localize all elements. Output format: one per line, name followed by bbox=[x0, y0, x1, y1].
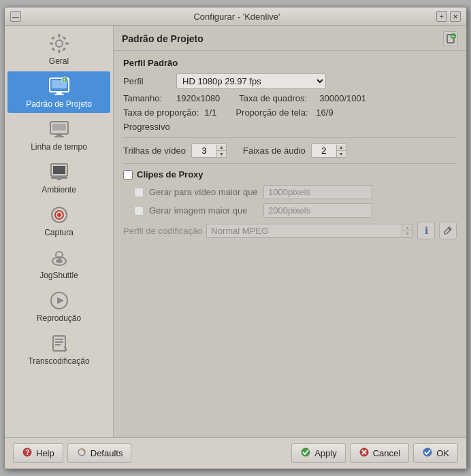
svg-rect-22 bbox=[57, 179, 61, 180]
ambiente-icon bbox=[48, 161, 70, 183]
profile-select[interactable]: HD 1080p 29.97 fps bbox=[176, 73, 326, 89]
cancel-icon bbox=[359, 447, 370, 460]
progressivo-row: Progressivo bbox=[123, 122, 457, 132]
help-button[interactable]: ? Help bbox=[13, 443, 63, 463]
profile-row: Perfil HD 1080p 29.97 fps bbox=[123, 73, 457, 89]
sidebar-item-jogshuttle[interactable]: JogShuttle bbox=[7, 243, 110, 284]
titlebar: — Configurar - 'Kdenlive' + ✕ bbox=[5, 7, 466, 26]
trilhas-row: Trilhas de vídeo ▲ ▼ Faixas de áudio ▲ bbox=[123, 143, 457, 158]
apply-button[interactable]: Apply bbox=[291, 443, 346, 463]
sidebar-item-transcodificacao[interactable]: Transcodificação bbox=[7, 328, 110, 370]
panel-add-button[interactable]: + bbox=[443, 31, 458, 46]
svg-rect-34 bbox=[55, 344, 61, 345]
svg-line-38 bbox=[449, 228, 451, 231]
separator-2 bbox=[123, 163, 457, 164]
trilhas-video-down[interactable]: ▼ bbox=[217, 151, 226, 157]
ok-icon bbox=[422, 447, 433, 460]
sidebar-item-geral[interactable]: Geral bbox=[7, 29, 110, 70]
svg-rect-12 bbox=[54, 94, 64, 95]
proporcao-row: Taxa de proporção: 1/1 Proporção de tela… bbox=[123, 107, 457, 118]
sidebar-item-transcodificacao-label: Transcodificação bbox=[28, 356, 89, 366]
titlebar-controls: + ✕ bbox=[436, 11, 461, 22]
defaults-button[interactable]: Defaults bbox=[67, 443, 132, 463]
gerar-video-checkbox[interactable] bbox=[134, 188, 144, 197]
sidebar-item-linha-tempo[interactable]: Linha de tempo bbox=[7, 114, 110, 156]
codificacao-input bbox=[207, 224, 402, 237]
padrao-projeto-icon: + bbox=[48, 75, 70, 97]
trilhas-video-up[interactable]: ▲ bbox=[217, 145, 226, 151]
trilhas-video-arrows: ▲ ▼ bbox=[216, 145, 226, 157]
gerar-video-label: Gerar para vídeo maior que bbox=[149, 187, 258, 197]
apply-icon bbox=[300, 447, 311, 460]
faixas-audio-spinbox[interactable]: ▲ ▼ bbox=[311, 143, 346, 158]
sidebar-item-geral-label: Geral bbox=[49, 56, 69, 66]
svg-rect-7 bbox=[51, 48, 55, 52]
svg-marker-30 bbox=[57, 297, 64, 304]
svg-rect-17 bbox=[56, 135, 62, 136]
titlebar-plus-btn[interactable]: + bbox=[436, 11, 447, 22]
gerar-video-combo: ▲ ▼ bbox=[263, 185, 372, 199]
svg-rect-6 bbox=[62, 36, 66, 40]
sidebar-item-reproducao[interactable]: Reprodução bbox=[7, 286, 110, 327]
apply-label: Apply bbox=[314, 448, 337, 458]
sidebar-item-captura[interactable]: Captura bbox=[7, 200, 110, 241]
gerar-imagem-checkbox[interactable] bbox=[134, 206, 144, 216]
ok-button[interactable]: OK bbox=[413, 443, 458, 463]
taxa-quadros-value: 30000/1001 bbox=[319, 93, 366, 103]
codificacao-label: Perfil de codificação bbox=[123, 226, 202, 236]
cancel-button[interactable]: Cancel bbox=[350, 443, 409, 463]
main-panel: Padrão de Projeto + Perfil Padrão Perfil… bbox=[114, 26, 466, 437]
progressivo-label: Progressivo bbox=[123, 122, 170, 132]
profile-label: Perfil bbox=[123, 76, 171, 86]
faixas-audio-down[interactable]: ▼ bbox=[337, 151, 346, 157]
sidebar-item-ambiente-label: Ambiente bbox=[42, 185, 76, 194]
gerar-video-row: Gerar para vídeo maior que ▲ ▼ bbox=[134, 185, 457, 199]
tamanho-row: Tamanho: 1920x1080 Taxa de quadros: 3000… bbox=[123, 93, 457, 103]
proporcao-tela-label: Proporção de tela: bbox=[236, 107, 310, 118]
sidebar-item-captura-label: Captura bbox=[44, 228, 74, 237]
svg-text:?: ? bbox=[26, 449, 30, 456]
taxa-proporcao-value: 1/1 bbox=[204, 107, 216, 118]
trilhas-video-input[interactable] bbox=[192, 144, 216, 157]
transcodificacao-icon bbox=[48, 333, 70, 354]
svg-rect-16 bbox=[52, 124, 66, 131]
panel-title: Padrão de Projeto bbox=[122, 33, 204, 44]
clipes-proxy-label: Clipes de Proxy bbox=[137, 169, 204, 180]
separator-1 bbox=[123, 137, 457, 138]
help-icon: ? bbox=[22, 447, 33, 460]
gerar-imagem-row: Gerar imagem maior que ▲ ▼ bbox=[134, 203, 457, 218]
gerar-imagem-input bbox=[264, 204, 372, 217]
tamanho-label: Tamanho: bbox=[123, 93, 171, 103]
svg-point-25 bbox=[57, 213, 61, 217]
svg-point-47 bbox=[423, 448, 432, 456]
svg-rect-8 bbox=[62, 48, 66, 52]
trilhas-video-spinbox[interactable]: ▲ ▼ bbox=[191, 143, 227, 158]
sidebar-item-jogshuttle-label: JogShuttle bbox=[39, 271, 78, 280]
sidebar-item-ambiente[interactable]: Ambiente bbox=[7, 157, 110, 199]
codificacao-info-btn[interactable]: ℹ bbox=[417, 222, 435, 239]
faixas-audio-arrows: ▲ ▼ bbox=[336, 145, 346, 157]
faixas-audio-input[interactable] bbox=[312, 144, 336, 157]
titlebar-close-btn[interactable]: ✕ bbox=[450, 11, 461, 22]
bottom-right-buttons: Apply Cancel bbox=[291, 443, 458, 463]
cancel-label: Cancel bbox=[373, 448, 400, 458]
jogshuttle-icon bbox=[48, 247, 70, 269]
svg-point-43 bbox=[302, 448, 310, 456]
sidebar-item-padrao-projeto[interactable]: + Padrão de Projeto bbox=[7, 71, 110, 113]
clipes-proxy-checkbox[interactable] bbox=[123, 170, 133, 180]
svg-rect-21 bbox=[51, 177, 67, 179]
taxa-quadros-label: Taxa de quadros: bbox=[239, 93, 314, 103]
ok-label: OK bbox=[436, 448, 449, 458]
codificacao-arrows: ▲ ▼ bbox=[402, 224, 412, 237]
svg-rect-5 bbox=[51, 36, 55, 40]
geral-icon bbox=[48, 33, 70, 54]
svg-rect-2 bbox=[58, 50, 60, 53]
codificacao-edit-btn[interactable] bbox=[439, 222, 457, 239]
reproducao-icon bbox=[48, 290, 70, 311]
faixas-audio-up[interactable]: ▲ bbox=[337, 145, 346, 151]
svg-rect-32 bbox=[55, 339, 63, 340]
codificacao-down: ▼ bbox=[402, 231, 412, 237]
titlebar-menu-btn[interactable]: — bbox=[10, 11, 21, 22]
clipes-proxy-row: Clipes de Proxy bbox=[123, 169, 457, 180]
svg-rect-20 bbox=[53, 166, 65, 174]
